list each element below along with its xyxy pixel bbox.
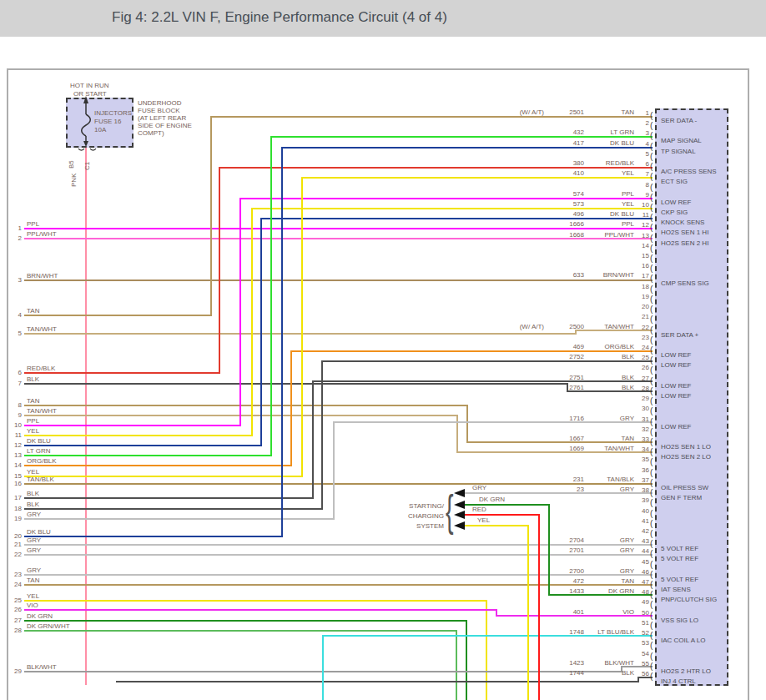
pin-number: 50	[634, 609, 649, 617]
pin-wire-color: BLK/WHT	[586, 659, 634, 667]
wire-segment-vio	[24, 609, 497, 611]
left-wire-number: 26	[7, 606, 22, 613]
wire-segment-blk	[321, 360, 653, 362]
pin-number: 7	[634, 170, 649, 178]
pin-circuit-number: 2704	[536, 536, 584, 544]
pin-wire-color: DK BLU	[586, 139, 634, 147]
pin-number: 53	[634, 639, 649, 647]
pin-number: 51	[634, 619, 649, 627]
pin-circuit-number: 2501	[536, 108, 584, 116]
pin-number: 23	[634, 334, 649, 341]
left-wire-color: DK BLU	[27, 528, 51, 536]
wire-segment-dkblu	[260, 218, 262, 446]
wire-segment-tanwht	[24, 333, 577, 335]
wire-segment-blk	[24, 383, 568, 385]
pin-terminal-arc: (	[650, 591, 653, 599]
left-wire-number: 21	[7, 541, 22, 548]
left-arrow-icon	[454, 521, 465, 530]
pin-number: 9	[634, 191, 649, 199]
wire-segment-dkblu	[24, 445, 262, 446]
pin-terminal-arc: (	[650, 326, 653, 335]
pin-terminal-arc: (	[650, 530, 653, 538]
left-wire-number: 27	[7, 617, 22, 624]
pin-signal-label: ECT SIG	[661, 178, 688, 185]
pin-circuit-number: 2701	[536, 546, 584, 554]
pin-circuit-number: 2751	[536, 374, 584, 381]
pin-number: 37	[634, 476, 649, 484]
pin-signal-label: A/C PRESS SENS	[661, 168, 717, 175]
starting-charging-label-3: SYSTEM	[360, 522, 444, 530]
pin-number: 40	[634, 507, 649, 515]
wire-segment-tanwht	[456, 415, 458, 453]
pin-number: 56	[634, 670, 649, 677]
wire-segment-tan	[24, 405, 468, 406]
pin-number: 42	[634, 527, 649, 535]
pin-number: 30	[634, 405, 649, 412]
wire-segment-tan	[24, 315, 212, 316]
pin-signal-label: IAC COIL A LO	[661, 637, 706, 644]
pin-wire-color: DK GRN	[586, 587, 634, 595]
pin-number: 38	[634, 486, 649, 494]
fuse-block-note-5: COMPT)	[138, 129, 164, 137]
wire-segment-yel	[251, 208, 653, 209]
pin-wire-color: TAN	[586, 108, 634, 116]
pin-terminal-arc: (	[650, 173, 653, 181]
pin-terminal-arc: (	[650, 204, 653, 212]
wire-segment-tanblk	[24, 483, 653, 485]
pin-number: 17	[634, 272, 649, 279]
pin-terminal-arc: (	[650, 428, 653, 436]
terminal-c1-label: C1	[83, 162, 91, 170]
left-wire-color: DK GRN/WHT	[27, 622, 70, 630]
title-bar: Fig 4: 2.2L VIN F, Engine Performance Ci…	[0, 0, 766, 37]
wire-segment-gry	[24, 518, 335, 520]
pin-signal-label: TP SIGNAL	[661, 148, 696, 155]
pin-terminal-arc: (	[650, 561, 653, 569]
wire-segment-redblk	[219, 167, 220, 374]
wire-segment-yel	[251, 208, 253, 436]
wire-segment-red	[464, 514, 540, 516]
pin-wire-color: BRN/WHT	[586, 271, 634, 279]
pin-circuit-number: 1667	[536, 435, 584, 442]
left-wire-color: VIO	[27, 602, 38, 609]
left-wire-color: PPL	[27, 417, 39, 425]
left-wire-number: 20	[7, 532, 22, 540]
pin-terminal-arc: (	[650, 510, 653, 518]
pin-number: 35	[634, 456, 649, 463]
wire-segment-tan	[210, 116, 212, 316]
pin-wire-color: TAN/WHT	[586, 445, 634, 452]
pin-terminal-arc: (	[650, 489, 653, 497]
left-wire-number: 16	[7, 480, 22, 487]
wire-segment-tanwht	[24, 415, 458, 416]
left-wire-number: 13	[7, 451, 22, 459]
pin-number: 31	[634, 415, 649, 423]
left-wire-color: YEL	[27, 592, 39, 600]
pin-circuit-number: 380	[536, 159, 584, 167]
pin-wire-color: TAN/WHT	[586, 323, 634, 330]
left-arrow-icon	[454, 511, 465, 519]
pin-number: 21	[634, 313, 649, 320]
wire-segment-orgblk	[24, 465, 292, 466]
pin-circuit-number: 401	[536, 608, 584, 616]
pin-wire-color: RED/BLK	[586, 159, 634, 167]
left-wire-number: 4	[7, 311, 22, 319]
wire-segment-redblk	[219, 167, 653, 169]
pin-terminal-arc: (	[650, 214, 653, 222]
pin-terminal-arc: (	[650, 194, 653, 202]
pin-wire-color: BLK	[586, 669, 634, 677]
pin-terminal-arc: (	[650, 407, 653, 415]
wire-segment-ltblublk	[322, 635, 324, 700]
wire-segment-yel	[527, 525, 529, 700]
pin-wire-color: BLK	[586, 374, 634, 381]
left-wire-color: RED/BLK	[27, 365, 55, 372]
pin-signal-label: LOW REF	[661, 382, 691, 390]
pin-number: 4	[634, 140, 649, 148]
pin-wire-color: BLK	[586, 353, 634, 360]
left-wire-number: 15	[7, 472, 22, 480]
left-wire-number: 3	[7, 276, 22, 284]
pin-circuit-number: 1433	[536, 587, 584, 595]
left-wire-color: TAN	[27, 577, 39, 584]
left-wire-number: 19	[7, 515, 22, 522]
pin-signal-label: PNP/CLUTCH SIG	[661, 596, 717, 603]
pin-circuit-number: 469	[536, 343, 584, 350]
pin-wire-color: YEL	[586, 200, 634, 208]
